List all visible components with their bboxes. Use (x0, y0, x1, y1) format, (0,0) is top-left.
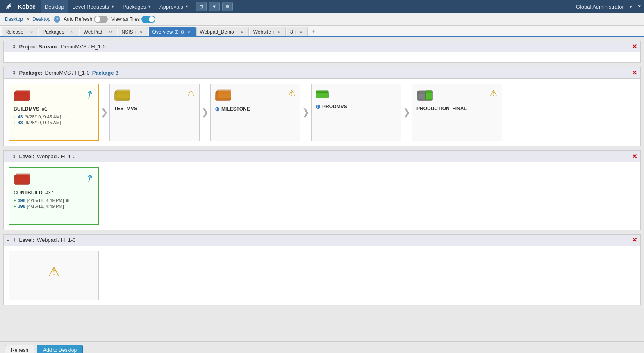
stage-prodmvs-icons (316, 88, 397, 100)
stage-buildmvs-link2[interactable]: 43 (18, 120, 23, 125)
nav-level-requests-caret: ▼ (111, 5, 114, 9)
stage-contbuild-link1[interactable]: 398 (18, 198, 25, 203)
tab-packages[interactable]: Packages ↑ × (39, 27, 79, 36)
stage-prodmvs-folder-icon (316, 88, 329, 100)
breadcrumb-desktop2[interactable]: Desktop (32, 16, 50, 22)
stage-contbuild-time2: [4/15/18, 4:49 PM] (27, 204, 64, 209)
package-collapse[interactable]: − (7, 71, 9, 75)
tab-webpad-demo-close[interactable]: × (239, 29, 245, 35)
stage-warning-only[interactable]: ⚠ (9, 251, 99, 300)
level-webpad-2-value: Webpad / H_1-0 (37, 237, 75, 243)
logo-icon (4, 2, 14, 11)
view-as-tiles-label: View as Tiles (111, 16, 140, 22)
view-as-tiles-toggle[interactable] (141, 16, 155, 23)
section-level-webpad-2-header: − ⇕ Level: Webpad / H_1-0 ✕ (4, 235, 640, 246)
stage-production-final-name: PRODUCTION_FINAL (416, 106, 498, 112)
tab-overview-settings[interactable]: ⚙ (180, 30, 184, 35)
stage-contbuild-info2: + 398 [4/15/18, 4:49 PM] (14, 204, 94, 209)
tab-nsis-pin[interactable]: ↑ (135, 30, 137, 34)
nav-level-requests[interactable]: Level Requests ▼ (68, 0, 119, 13)
pipeline-level-webpad-1: ↗ CONTBUILD #37 + 398 [4/15/18, 4:49 PM]… (9, 167, 635, 225)
tab-add-button[interactable]: + (309, 26, 319, 36)
stage-milestone-warning-icon: ⚠ (288, 88, 296, 99)
stage-buildmvs-link1[interactable]: 43 (18, 114, 23, 119)
level-webpad-2-move[interactable]: ⇕ (12, 237, 16, 243)
tab-8-close[interactable]: × (298, 29, 304, 35)
level-webpad-1-move[interactable]: ⇕ (12, 153, 16, 159)
section-level-webpad-2: − ⇕ Level: Webpad / H_1-0 ✕ ⚠ (3, 234, 641, 305)
stage-buildmvs-time2: [9/28/10, 9:45 AM] (25, 120, 61, 125)
level-webpad-1-collapse[interactable]: − (7, 154, 9, 159)
stage-contbuild-list-icon[interactable]: ≡ (66, 197, 69, 204)
nav-settings-icon[interactable]: ⚙ (222, 2, 233, 11)
tab-8-pin[interactable]: ↑ (295, 30, 297, 34)
add-to-desktop-button[interactable]: Add to Desktop (37, 345, 83, 353)
tab-webpad-demo-pin[interactable]: ↑ (236, 30, 238, 34)
tab-webpad[interactable]: WebPad ↑ × (80, 27, 117, 36)
package-link[interactable]: Package-3 (92, 70, 118, 76)
svg-rect-3 (16, 90, 30, 99)
stage-milestone-icons: ⚠ (215, 88, 296, 102)
nav-screens-icon[interactable]: ⊞ (196, 2, 207, 11)
info-icon[interactable]: ? (54, 16, 60, 23)
stage-testmvs[interactable]: ⚠ TESTMVS (109, 84, 200, 141)
tab-webpad-pin[interactable]: ↑ (104, 30, 106, 34)
tab-release-pin[interactable]: ↑ (25, 30, 27, 34)
stage-buildmvs-list-icon[interactable]: ≡ (63, 114, 66, 120)
svg-rect-18 (426, 93, 432, 100)
tab-release-close[interactable]: × (29, 29, 34, 35)
pipeline-stage-testmvs-wrap: ⚠ TESTMVS ❯ (109, 84, 210, 141)
tab-nsis[interactable]: NSIS ↑ × (118, 27, 148, 36)
section-level-webpad-1: − ⇕ Level: Webpad / H_1-0 ✕ (3, 150, 641, 230)
tab-overview[interactable]: Overview ⊞ ⚙ × (149, 27, 196, 36)
stage-contbuild-time1: [4/15/18, 4:49 PM] (27, 198, 64, 203)
stage-contbuild-link2[interactable]: 398 (18, 204, 25, 209)
stage-contbuild-folder-icon (14, 172, 30, 187)
nav-dropdown-icon[interactable]: ▼ (209, 2, 220, 11)
stage-milestone[interactable]: ⚠ ⊕ MILESTONE (210, 84, 300, 141)
pipeline-level-webpad-2: ⚠ (9, 251, 635, 300)
package-close[interactable]: ✕ (632, 69, 637, 77)
nav-approvals[interactable]: Approvals ▼ (155, 0, 193, 13)
tab-nsis-close[interactable]: × (139, 29, 144, 35)
auto-refresh-toggle[interactable] (94, 16, 108, 23)
level-webpad-1-close[interactable]: ✕ (632, 153, 637, 160)
breadcrumb-desktop1[interactable]: Desktop (5, 16, 23, 22)
tab-website-pin[interactable]: ↑ (273, 30, 275, 34)
tab-overview-label: Overview (152, 29, 173, 35)
tab-release[interactable]: Release ↑ × (2, 27, 38, 36)
stage-contbuild-plus2: + (14, 204, 16, 209)
tab-packages-close[interactable]: × (70, 29, 75, 35)
svg-rect-22 (16, 174, 30, 183)
stage-production-final[interactable]: ⚠ PRODUCTION_FINAL (412, 84, 502, 141)
stage-contbuild[interactable]: ↗ CONTBUILD #37 + 398 [4/15/18, 4:49 PM]… (9, 167, 99, 225)
tab-overview-icon: ⊞ (175, 29, 179, 35)
tab-webpad-demo[interactable]: Webpad_Demo ↑ × (196, 27, 249, 36)
tab-website-close[interactable]: × (276, 29, 282, 35)
level-webpad-2-collapse[interactable]: − (7, 238, 9, 243)
stage-buildmvs[interactable]: ↗ BUILDMVS #1 + 43 [9/28/10, 9:45 AM] ≡ … (9, 84, 99, 141)
project-stream-collapse[interactable]: − (7, 44, 9, 49)
project-stream-move[interactable]: ⇕ (12, 43, 16, 50)
nav-packages[interactable]: Packages ▼ (118, 0, 155, 13)
tab-packages-pin[interactable]: ↑ (66, 30, 68, 34)
package-move[interactable]: ⇕ (12, 70, 16, 76)
tab-website[interactable]: Website ↑ × (250, 27, 286, 36)
top-nav: Kobee Desktop Level Requests ▼ Packages … (0, 0, 644, 13)
package-value: DemoMVS / H_1-0 (45, 70, 90, 76)
orange-folder-icon (215, 88, 231, 101)
refresh-button[interactable]: Refresh (5, 345, 34, 353)
tab-webpad-close[interactable]: × (108, 29, 114, 35)
tab-overview-close[interactable]: × (186, 29, 192, 35)
milestone-symbol: ⊕ (215, 106, 220, 112)
project-stream-close[interactable]: ✕ (632, 43, 637, 50)
tab-8[interactable]: 8 ↑ × (287, 27, 308, 36)
stage-prodmvs[interactable]: ⊕ PRODMVS (311, 84, 401, 141)
help-button[interactable]: ? (638, 4, 641, 9)
stage-testmvs-folder-icon (114, 88, 130, 102)
level-webpad-2-close[interactable]: ✕ (632, 236, 637, 244)
user-menu[interactable]: Global Administrator (576, 4, 624, 10)
pipeline-arrow-2: ❯ (200, 107, 210, 118)
nav-desktop[interactable]: Desktop (41, 0, 68, 13)
tab-nsis-label: NSIS (122, 29, 133, 35)
